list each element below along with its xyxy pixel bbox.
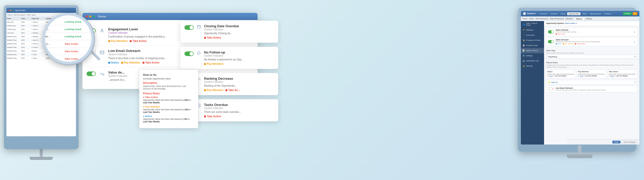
subtab-fitness[interactable]: Fitness <box>574 17 584 20</box>
subtab-fields[interactable]: Fields <box>529 18 534 20</box>
tooltip-desc-label: Description <box>143 82 194 84</box>
nav-tasks[interactable]: Tasks <box>581 12 588 15</box>
badge-pa: Pay Attention <box>121 61 140 64</box>
notice-link[interactable]: 10% <box>549 75 553 77</box>
sidebar-item-automation[interactable]: 🤖 Automation Hub <box>521 58 544 64</box>
right-main-content: Tasks Overdue There are some tasks overd… <box>544 26 639 137</box>
cell-name: Elizabeth Young <box>6 57 21 59</box>
sidebar-item-pipelines[interactable]: ⚡ Pipelines <box>521 28 544 33</box>
badge-take-action: Take Action <box>130 40 147 42</box>
sidebar-item-units[interactable]: 👥 Units, Users & Roles <box>521 21 544 28</box>
n-dot <box>108 62 110 64</box>
fitness-columns: Notice ✓ Opportunity Value has been decr… <box>546 69 637 79</box>
tooltip-rule-notice: ● Notice Opportunity Value has been decr… <box>143 115 194 123</box>
card-no-follow-up: No Follow-up System Indicator No Activit… <box>180 47 278 69</box>
pa-dot2 <box>121 62 123 64</box>
toolbar-filter[interactable]: Filter: Steps <box>27 14 36 16</box>
r-tasks-toggle[interactable] <box>548 30 554 33</box>
r-low-email-row: ✓ ✗ Low Email Outreach There is less tha… <box>546 86 637 92</box>
r-bottom-bar: Save Undo Changes <box>567 139 639 145</box>
sidebar-label-settings: Settings <box>526 55 532 57</box>
close-dot[interactable] <box>8 10 9 11</box>
cancel-button[interactable]: ✕ <box>633 12 637 15</box>
r-value-badges: Notice Pay Attention Take Actions <box>556 43 632 44</box>
r-undo-button[interactable]: Undo Changes <box>622 140 637 144</box>
nav-leads[interactable]: Leads <box>559 12 566 15</box>
ranking-pa-badge: Pay Attention <box>204 89 223 92</box>
sidebar-item-currencies[interactable]: 💱 Currencies <box>521 33 544 38</box>
r-tasks-desc: There are some tasks overdue <box>556 31 632 33</box>
toolbar-export[interactable]: Export <box>7 14 12 16</box>
sidebar-label-currencies: Currencies <box>526 34 535 36</box>
pa-col-header: Pay Attention ✓ <box>578 71 605 73</box>
nav-opportunities[interactable]: Opportunities <box>567 12 581 15</box>
r-low-email-toggle[interactable]: ✓ ✗ <box>548 87 554 91</box>
subtab-webres[interactable]: Web Resources <box>536 18 548 20</box>
cell-name: Elizabeth Young <box>6 47 21 48</box>
subtab-interface[interactable]: Interface <box>565 18 572 20</box>
follow-toggle[interactable] <box>184 51 194 56</box>
minimize-dot[interactable] <box>10 10 11 11</box>
sidebar-item-security[interactable]: 🔒 Security <box>521 64 544 69</box>
nav-products[interactable]: Products <box>603 12 613 15</box>
cell-value: $5,00 <box>21 29 31 30</box>
maximize-dot[interactable] <box>12 10 13 11</box>
col-name: Name <box>6 18 21 19</box>
r-value-desc: Opportunity value was decreased by a set… <box>556 41 632 42</box>
fitness-rules-section: Fitness Rules Configure when the Fitness… <box>546 59 637 79</box>
toolbar-add[interactable]: Add New Report <box>14 14 25 16</box>
r-fitness-pa-col: Pay Attention ✓ Opportunity Value has be… <box>577 69 607 79</box>
r-toggle-x: ✗ <box>552 88 553 90</box>
closing-icon <box>197 25 201 30</box>
pa-link[interactable]: 20% <box>580 75 583 77</box>
sidebar-item-settings[interactable]: ⚙️ Settings <box>521 53 544 58</box>
value-toggle[interactable] <box>87 71 96 76</box>
cell-name: Elizabeth Young <box>6 39 21 41</box>
cell-value: $5,00 <box>21 21 31 23</box>
right-sidebar: 👥 Units, Users & Roles ⚡ Pipelines 💱 Cur… <box>521 21 544 145</box>
panel-maximize[interactable] <box>93 15 95 17</box>
r-value-collapse[interactable]: ∧ <box>634 40 635 43</box>
cell-step: 1. Initial Co... <box>31 25 45 26</box>
sidebar-item-products[interactable]: 🏷️ Products & Prices <box>521 38 544 43</box>
subtab-permissions[interactable]: Field Permissions <box>550 18 564 20</box>
sales-step-section: Sales Step Select a Sales Step in which … <box>546 47 637 59</box>
nav-accounts[interactable]: Accounts <box>538 12 548 15</box>
cell-name: Elizabeth Young <box>6 36 21 37</box>
cell-value: $5,00 <box>21 32 31 34</box>
r-value-ta-dot <box>575 43 576 44</box>
toolbar-divider2: | <box>26 14 27 16</box>
cell-step: 1. Initial Co... <box>31 29 45 30</box>
r-save-button[interactable]: Save <box>612 141 621 143</box>
ta-link[interactable]: 20% <box>611 75 614 77</box>
r-toggle-check: ✓ <box>549 88 550 90</box>
r-value-name: Value decrease <box>556 39 632 41</box>
closing-badges: Take Action <box>204 36 274 39</box>
ta-dot <box>130 40 132 42</box>
automation-icon: 🤖 <box>522 60 525 62</box>
subtab-settings[interactable]: Settings <box>586 18 592 20</box>
sales-step-select[interactable]: Negotiating ▾ <box>546 55 637 59</box>
sales-step-desc: Select a Sales Step in which this indica… <box>546 52 637 54</box>
r-tasks-expand[interactable]: ∨ <box>634 31 635 33</box>
right-screen-header: Pipeliner Accounts Contacts Leads Opport… <box>521 11 639 16</box>
nav-contacts[interactable]: Contacts <box>549 12 559 15</box>
sidebar-item-lists[interactable]: 📋 Common Lists <box>521 43 544 48</box>
closing-toggle[interactable] <box>184 25 194 30</box>
r-value-toggle[interactable] <box>548 40 554 43</box>
r-how-to[interactable]: 💡 How To ∧ <box>546 80 637 85</box>
how-to-icon: 💡 <box>548 81 550 83</box>
pa-dot <box>108 40 110 42</box>
publish-button[interactable]: Publish <box>623 12 632 15</box>
svg-rect-2 <box>197 25 200 29</box>
pipeline-value[interactable]: Direct Sales ▾ <box>565 22 577 24</box>
pa-col-text: Opportunity Value has been decreased by … <box>578 73 605 77</box>
cell-value: $5,00 <box>21 54 31 55</box>
sales-step-chevron: ▾ <box>634 56 635 58</box>
r-indicator-tasks: Tasks Overdue There are some tasks overd… <box>546 28 637 36</box>
sidebar-item-fields[interactable]: 📝 Fields & Forms <box>521 48 544 53</box>
cell-step: 2. Scope <box>31 54 45 55</box>
subtab-forms[interactable]: Forms <box>522 18 528 20</box>
mag-row: 1. Initial Co... Looking Good <box>43 18 94 25</box>
nav-appointments[interactable]: Appointments <box>589 12 602 15</box>
